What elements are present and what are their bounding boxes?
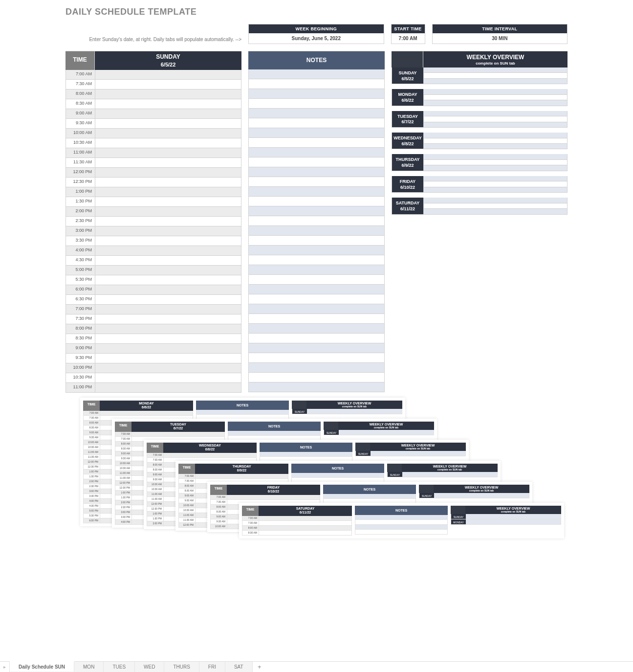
schedule-cell[interactable] xyxy=(95,158,241,167)
weekly-cell[interactable] xyxy=(424,187,567,192)
notes-cell[interactable] xyxy=(248,226,385,236)
notes-cell[interactable] xyxy=(248,363,385,373)
notes-cell[interactable] xyxy=(248,373,385,382)
schedule-cell[interactable] xyxy=(95,324,241,334)
schedule-cell[interactable] xyxy=(95,305,241,314)
notes-cell[interactable] xyxy=(248,285,385,294)
schedule-row: 9:30 AM xyxy=(65,119,241,129)
weekly-cell[interactable] xyxy=(424,165,567,170)
notes-cell[interactable] xyxy=(248,99,385,109)
schedule-cell[interactable] xyxy=(95,80,241,89)
schedule-cell[interactable] xyxy=(95,295,241,304)
notes-cell[interactable] xyxy=(248,343,385,353)
notes-cell[interactable] xyxy=(248,157,385,167)
weekly-cell[interactable] xyxy=(424,73,567,78)
schedule-cell[interactable] xyxy=(95,90,241,99)
time-cell: 10:00 AM xyxy=(66,129,95,138)
notes-cell[interactable] xyxy=(248,89,385,99)
schedule-cell[interactable] xyxy=(95,70,241,79)
schedule-cell[interactable] xyxy=(95,236,241,246)
weekly-cell[interactable] xyxy=(424,198,567,203)
schedule-cell[interactable] xyxy=(95,383,241,392)
notes-cell[interactable] xyxy=(248,138,385,148)
weekly-cell[interactable] xyxy=(424,176,567,181)
schedule-cell[interactable] xyxy=(95,99,241,109)
schedule-cell[interactable] xyxy=(95,178,241,187)
schedule-cell[interactable] xyxy=(95,285,241,294)
notes-cell[interactable] xyxy=(248,255,385,265)
weekly-cell[interactable] xyxy=(424,122,567,127)
weekly-cell[interactable] xyxy=(424,154,567,159)
notes-cell[interactable] xyxy=(248,128,385,138)
schedule-cell[interactable] xyxy=(95,373,241,382)
weekly-cell[interactable] xyxy=(424,95,567,100)
notes-cell[interactable] xyxy=(248,304,385,314)
schedule-cell[interactable] xyxy=(95,334,241,343)
weekly-cell[interactable] xyxy=(424,203,567,209)
notes-cell[interactable] xyxy=(248,382,385,392)
notes-cell[interactable] xyxy=(248,236,385,246)
notes-cell[interactable] xyxy=(248,177,385,187)
schedule-cell[interactable] xyxy=(95,138,241,148)
schedule-row: 10:30 AM xyxy=(65,138,241,148)
weekly-cell[interactable] xyxy=(424,209,567,214)
schedule-cell[interactable] xyxy=(95,187,241,197)
weekly-cell[interactable] xyxy=(424,89,567,94)
time-cell: 9:30 PM xyxy=(66,354,95,363)
weekly-cell[interactable] xyxy=(424,181,567,187)
notes-cell[interactable] xyxy=(248,324,385,334)
schedule-cell[interactable] xyxy=(95,354,241,363)
schedule-cell[interactable] xyxy=(95,197,241,206)
notes-cell[interactable] xyxy=(248,216,385,226)
weekly-cell[interactable] xyxy=(424,111,567,116)
schedule-cell[interactable] xyxy=(95,109,241,118)
notes-cell[interactable] xyxy=(248,69,385,79)
schedule-cell[interactable] xyxy=(95,344,241,353)
schedule-row: 12:30 PM xyxy=(65,178,241,187)
schedule-cell[interactable] xyxy=(95,256,241,265)
schedule-cell[interactable] xyxy=(95,363,241,373)
weekly-cell[interactable] xyxy=(424,67,567,73)
weekly-cell[interactable] xyxy=(424,100,567,105)
schedule-cell[interactable] xyxy=(95,207,241,216)
notes-cell[interactable] xyxy=(248,197,385,206)
notes-cell[interactable] xyxy=(248,246,385,255)
weekly-cell[interactable] xyxy=(424,116,567,122)
instruction-text: Enter Sunday's date, at right. Daily tab… xyxy=(65,37,241,44)
weekly-cell[interactable] xyxy=(424,133,567,138)
schedule-row: 11:30 AM xyxy=(65,158,241,168)
schedule-cell[interactable] xyxy=(95,129,241,138)
weekly-cell[interactable] xyxy=(424,79,567,84)
schedule-cell[interactable] xyxy=(95,226,241,236)
notes-cell[interactable] xyxy=(248,353,385,363)
time-interval-value[interactable]: 30 MIN xyxy=(433,33,568,44)
weekly-cell[interactable] xyxy=(424,138,567,144)
notes-cell[interactable] xyxy=(248,109,385,118)
schedule-row: 9:00 AM xyxy=(65,109,241,119)
schedule-row: 10:00 PM xyxy=(65,363,241,373)
week-beginning-value[interactable]: Sunday, June 5, 2022 xyxy=(249,33,384,44)
notes-cell[interactable] xyxy=(248,275,385,285)
weekly-cell[interactable] xyxy=(424,160,567,165)
weekly-day-label: TUESDAY6/7/22 xyxy=(392,111,424,127)
schedule-cell[interactable] xyxy=(95,275,241,285)
start-time-value[interactable]: 7:00 AM xyxy=(392,33,425,44)
notes-cell[interactable] xyxy=(248,265,385,275)
schedule-cell[interactable] xyxy=(95,246,241,255)
schedule-cell[interactable] xyxy=(95,217,241,226)
notes-cell[interactable] xyxy=(248,187,385,197)
notes-cell[interactable] xyxy=(248,334,385,343)
notes-cell[interactable] xyxy=(248,314,385,324)
schedule-cell[interactable] xyxy=(95,168,241,177)
schedule-cell[interactable] xyxy=(95,266,241,275)
schedule-cell[interactable] xyxy=(95,148,241,157)
schedule-cell[interactable] xyxy=(95,119,241,128)
notes-cell[interactable] xyxy=(248,167,385,177)
notes-cell[interactable] xyxy=(248,148,385,157)
notes-cell[interactable] xyxy=(248,79,385,89)
notes-cell[interactable] xyxy=(248,206,385,216)
schedule-cell[interactable] xyxy=(95,314,241,324)
weekly-cell[interactable] xyxy=(424,144,567,149)
notes-cell[interactable] xyxy=(248,294,385,304)
notes-cell[interactable] xyxy=(248,118,385,128)
